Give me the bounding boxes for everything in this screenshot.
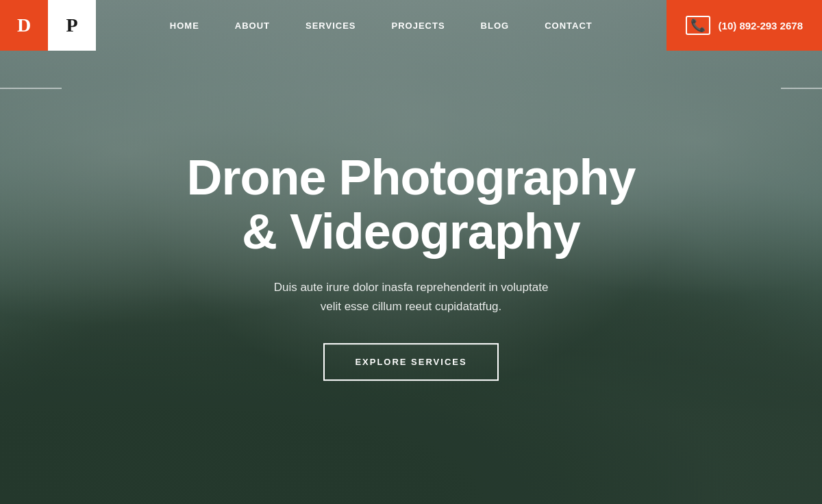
phone-number: (10) 892-293 2678 xyxy=(719,20,803,32)
nav-menu: HOME ABOUT SERVICES PROJECTS BLOG CONTAC… xyxy=(170,19,593,32)
hero-title-line2: & Videography xyxy=(242,204,580,259)
nav-blog[interactable]: BLOG xyxy=(481,21,510,31)
hero-title-line1: Drone Photography xyxy=(186,150,635,205)
navbar: D P HOME ABOUT SERVICES PROJECTS BLOG CO… xyxy=(0,0,822,51)
nav-about[interactable]: ABOUT xyxy=(235,21,270,31)
logo-letter-p: P xyxy=(48,0,96,51)
hero-subtitle: Duis aute irure dolor inasfa reprehender… xyxy=(171,279,651,316)
deco-line-right xyxy=(781,88,822,89)
hero-section: D P HOME ABOUT SERVICES PROJECTS BLOG CO… xyxy=(0,0,822,504)
hero-subtitle-line1: Duis aute irure dolor inasfa reprehender… xyxy=(274,281,549,294)
nav-contact[interactable]: CONTACT xyxy=(545,21,593,31)
logo[interactable]: D P xyxy=(0,0,96,51)
logo-letter-d: D xyxy=(0,0,48,51)
phone-icon: 📞 xyxy=(686,16,710,35)
nav-services[interactable]: SERVICES xyxy=(306,21,356,31)
phone-button[interactable]: 📞 (10) 892-293 2678 xyxy=(667,0,822,51)
hero-content: Drone Photography & Videography Duis aut… xyxy=(171,151,651,381)
explore-services-button[interactable]: EXPLORE SERVICES xyxy=(323,343,498,381)
nav-projects[interactable]: PROJECTS xyxy=(392,21,445,31)
hero-title: Drone Photography & Videography xyxy=(171,151,651,259)
nav-home[interactable]: HOME xyxy=(170,21,199,31)
deco-line-left xyxy=(0,88,62,89)
hero-subtitle-line2: velit esse cillum reeut cupidatatfug. xyxy=(321,300,502,313)
